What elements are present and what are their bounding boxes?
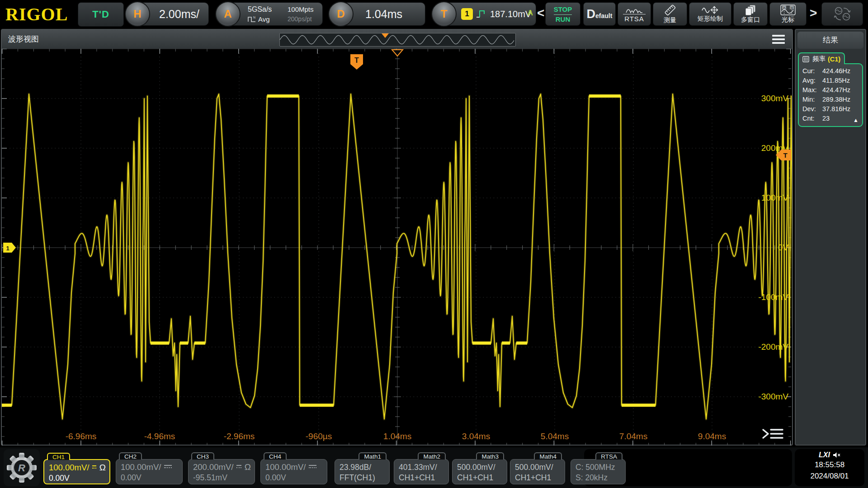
math-tab[interactable]: Math4 (534, 452, 562, 460)
collapse-icon[interactable]: ▲ (853, 117, 859, 123)
math-card-math4[interactable]: Math4500.00mV/CH1+CH1 (510, 459, 565, 484)
trigger-source-badge[interactable]: 1 (461, 8, 473, 20)
avg-label: Avg (258, 15, 270, 23)
x-axis-label: 9.04ms (698, 432, 726, 441)
math-card-math2[interactable]: Math2401.33mV/CH1+CH1 (394, 459, 449, 484)
stop-label: STOP (554, 5, 572, 13)
dc-coupling-icon (309, 465, 316, 469)
dc-coupling-icon (236, 465, 241, 469)
impedance-icon: Ω (245, 462, 251, 473)
measurement-stat-value: 23 (822, 114, 830, 123)
waveform-menu-icon[interactable] (772, 35, 785, 44)
cursor-label: 光标 (782, 16, 794, 24)
scope-canvas[interactable]: 300mV200mV100mV0V-100mV-200mV-300mV-6.96… (2, 49, 792, 446)
math-scale: 500.00mV/ (457, 462, 503, 473)
channel-tab[interactable]: CH1 (47, 453, 70, 460)
y-axis-label: -100mV (758, 292, 788, 302)
top-toolbar: RIGOL T'D H 2.00ms/ A 5GSa/s N Avg 100Mp… (0, 0, 868, 28)
channel-card-ch1[interactable]: CH1100.00mV/Ω0.00V (43, 459, 110, 484)
date-value: 2024/08/01 (795, 470, 864, 482)
channel-scale: 100.00mV/ (265, 462, 306, 473)
measurement-card[interactable]: 频率(C1) Cur:424.46HzAvg:411.85HzMax:424.4… (798, 52, 863, 127)
rtsa-card-tab[interactable]: RTSA (595, 452, 623, 460)
x-axis-label: 7.04ms (619, 432, 647, 441)
ruler-icon (664, 4, 676, 16)
rect-draw-label: 矩形绘制 (698, 15, 723, 23)
rtsa-center-freq: C: 500MHz (576, 462, 622, 473)
x-axis-label: 5.04ms (541, 432, 569, 441)
channel-card-ch3[interactable]: CH3200.00mV/Ω-95.51mV (188, 459, 255, 484)
measurement-tab[interactable]: 频率(C1) (798, 52, 845, 64)
waveform-view-window: 波形视图 300mV200mV100mV0V-100mV-200mV-300mV… (1, 29, 793, 446)
measurement-stat-value: 411.85Hz (822, 76, 850, 85)
channel1-zero-marker[interactable]: 1 (3, 243, 16, 253)
measurement-icon (802, 56, 810, 62)
cursor-button[interactable]: A B 光标 (769, 2, 807, 26)
math-tab[interactable]: Math3 (476, 452, 504, 460)
svg-text:R: R (18, 462, 25, 474)
toolbar-collapse-left-icon[interactable]: < (537, 6, 544, 20)
math-expression: CH1+CH1 (515, 473, 561, 483)
expand-results-icon[interactable] (763, 430, 783, 438)
measurement-stat-value: 289.38Hz (822, 95, 850, 104)
rtsa-button[interactable]: RTSA (618, 2, 651, 26)
multi-window-button[interactable]: 多窗口 (733, 2, 768, 26)
channel-tab[interactable]: CH3 (191, 452, 214, 460)
channel-scale: 200.00mV/ (193, 462, 233, 473)
measurement-stat-value: 424.47Hz (822, 85, 850, 95)
math-card-math3[interactable]: Math3500.00mV/CH1+CH1 (452, 459, 507, 484)
channel-offset: 0.00V (265, 473, 323, 483)
acquire-knob[interactable]: A (215, 1, 241, 27)
math-tab[interactable]: Math2 (418, 452, 446, 460)
trigger-knob[interactable]: T (431, 1, 457, 27)
trigger-status-button[interactable]: T'D (78, 2, 124, 27)
horizontal-knob[interactable]: H (125, 1, 150, 27)
x-axis-label: -6.96ms (66, 432, 97, 441)
gear-icon: R (5, 451, 38, 484)
measurement-row: Cur:424.46Hz (802, 66, 859, 76)
default-button[interactable]: Default (583, 2, 616, 26)
math-expression: CH1+CH1 (457, 473, 503, 483)
record-position-pointer[interactable] (382, 33, 389, 38)
trigger-position-marker[interactable] (392, 50, 403, 56)
rtsa-card[interactable]: RTSA C: 500MHz S: 20kHz (571, 459, 626, 484)
measure-button[interactable]: 测量 (653, 2, 687, 26)
switch-views-icon (831, 5, 853, 23)
trigger-mode-flag: A (528, 9, 533, 18)
rtsa-span: S: 20kHz (576, 473, 622, 483)
run-stop-button[interactable]: STOP RUN (545, 2, 580, 26)
x-axis-label: 3.04ms (462, 432, 490, 441)
rtsa-label: RTSA (623, 14, 646, 23)
settings-gear-button[interactable]: R (4, 449, 40, 486)
math-card-math1[interactable]: Math123.98dB/FFT(CH1) (335, 459, 390, 484)
measurement-row: Dev:37.816Hz (802, 104, 859, 114)
channel-card-ch4[interactable]: CH4100.00mV/0.00V (260, 459, 327, 484)
y-axis-label: -200mV (758, 342, 788, 352)
measurement-row: Cnt:23 (802, 114, 859, 123)
acquire-mode: N Avg (248, 15, 270, 23)
results-title: 结果 (797, 32, 863, 49)
ch1-trace (2, 94, 792, 419)
math-expression: FFT(CH1) (340, 473, 386, 483)
channel-offset: 0.00V (121, 473, 179, 483)
delay-knob[interactable]: D (328, 1, 354, 27)
channel-card-ch2[interactable]: CH2100.00mV/0.00V (116, 459, 183, 484)
channel-tab[interactable]: CH4 (264, 452, 287, 460)
toolbar-expand-right-icon[interactable]: > (810, 6, 817, 20)
view-switch-button[interactable] (821, 2, 863, 26)
record-navigator-strip[interactable] (279, 33, 516, 47)
avg-wave-icon: N (248, 16, 256, 23)
cursor-icon: A B (780, 5, 796, 15)
math-tab[interactable]: Math1 (359, 452, 387, 460)
acquire-group: A 5GSa/s N Avg 100Mpts 200ps/pt (215, 2, 323, 26)
measurement-stat-label: Max: (802, 85, 822, 95)
trigger-time-flag[interactable]: T (350, 54, 363, 70)
measure-label: 测量 (664, 16, 676, 24)
rect-draw-button[interactable]: 矩形绘制 (689, 2, 731, 26)
lxi-label: LXI (819, 451, 830, 459)
default-rest: efault (595, 12, 612, 19)
channel-tab[interactable]: CH2 (119, 452, 142, 460)
axis-labels: 300mV200mV100mV0V-100mV-200mV-300mV-6.96… (66, 94, 789, 441)
speaker-muted-icon[interactable] (833, 452, 840, 458)
delay-group: D 1.04ms (328, 2, 425, 26)
